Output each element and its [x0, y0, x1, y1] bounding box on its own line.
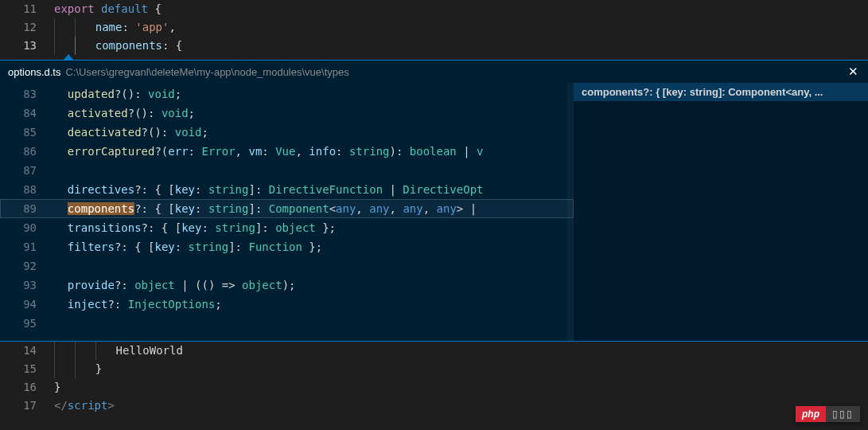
line-number: 91 [0, 237, 54, 256]
indent-guide [75, 18, 82, 37]
bottom-editor[interactable]: 14 HelloWorld15 }16}17</script> [0, 342, 868, 415]
line-number: 85 [0, 123, 54, 142]
code-content[interactable]: transitions?: { [key: string]: object }; [54, 218, 574, 237]
code-line[interactable]: 15 } [0, 360, 868, 378]
code-content[interactable]: directives?: { [key: string]: DirectiveF… [54, 180, 574, 199]
code-line[interactable]: 94 inject?: InjectOptions; [0, 295, 574, 314]
code-line[interactable]: 84 activated?(): void; [0, 104, 574, 123]
code-line[interactable]: 91 filters?: { [key: string]: Function }… [0, 237, 574, 256]
code-content[interactable]: HelloWorld [54, 342, 868, 360]
code-line[interactable]: 87 [0, 161, 574, 180]
reference-text: components?: { [key: string]: Component<… [582, 86, 823, 98]
line-number: 89 [0, 199, 54, 218]
code-content[interactable]: name: 'app', [54, 18, 868, 37]
code-content[interactable]: </script> [54, 397, 868, 415]
line-number: 88 [0, 180, 54, 199]
indent-guide [75, 37, 82, 55]
line-number: 94 [0, 295, 54, 314]
line-number: 11 [0, 0, 54, 18]
code-line[interactable]: 92 [0, 256, 574, 276]
code-content[interactable]: provide?: object | (() => object); [54, 276, 574, 295]
line-number: 84 [0, 104, 54, 123]
line-number: 87 [0, 161, 54, 180]
peek-editor[interactable]: 83 updated?(): void;84 activated?(): voi… [0, 83, 574, 341]
code-content[interactable]: activated?(): void; [54, 104, 574, 123]
code-line[interactable]: 17</script> [0, 397, 868, 415]
peek-filename: options.d.ts [8, 66, 61, 78]
code-line[interactable]: 14 HelloWorld [0, 342, 868, 360]
code-line[interactable]: 13 components: { [0, 37, 868, 55]
watermark-left: php [796, 406, 826, 422]
line-number: 93 [0, 276, 54, 295]
code-line[interactable]: 85 deactivated?(): void; [0, 123, 574, 142]
code-content[interactable]: errorCaptured?(err: Error, vm: Vue, info… [54, 142, 574, 161]
code-line[interactable]: 16} [0, 378, 868, 397]
peek-reference-list[interactable]: components?: { [key: string]: Component<… [574, 83, 868, 341]
indent-guide [75, 342, 82, 360]
code-content[interactable]: } [54, 378, 868, 397]
line-number: 15 [0, 360, 54, 378]
line-number: 90 [0, 218, 54, 237]
code-content[interactable]: components?: { [key: string]: Component<… [54, 199, 574, 218]
line-number: 13 [0, 37, 54, 55]
code-line[interactable]: 88 directives?: { [key: string]: Directi… [0, 180, 574, 199]
line-number: 14 [0, 342, 54, 360]
code-line[interactable]: 11export default { [0, 0, 868, 18]
line-number: 95 [0, 314, 54, 333]
peek-filepath: C:\Users\gregvanl\deleteMe\my-app\node_m… [66, 66, 349, 78]
code-line[interactable]: 90 transitions?: { [key: string]: object… [0, 218, 574, 237]
code-content[interactable]: updated?(): void; [54, 84, 574, 104]
indent-guide [54, 360, 61, 378]
code-content[interactable] [54, 256, 574, 276]
code-content[interactable]: components: { [54, 37, 868, 55]
code-line[interactable]: 12 name: 'app', [0, 18, 868, 37]
line-number: 83 [0, 84, 54, 104]
code-content[interactable]: } [54, 360, 868, 378]
line-number: 12 [0, 18, 54, 37]
code-content[interactable] [54, 314, 574, 333]
indent-guide [54, 342, 61, 360]
watermark-right: ▯▯▯ [826, 406, 860, 422]
indent-guide [75, 360, 82, 378]
watermark-badge: php ▯▯▯ [796, 406, 860, 422]
code-line[interactable]: 86 errorCaptured?(err: Error, vm: Vue, i… [0, 142, 574, 161]
peek-pointer [64, 54, 73, 60]
code-line[interactable]: 83 updated?(): void; [0, 84, 574, 104]
code-content[interactable]: export default { [54, 0, 868, 18]
code-content[interactable]: filters?: { [key: string]: Function }; [54, 237, 574, 256]
editor-container: 11export default {12 name: 'app',13 comp… [0, 0, 868, 430]
code-line[interactable]: 95 [0, 314, 574, 333]
peek-view: 83 updated?(): void;84 activated?(): voi… [0, 83, 868, 342]
line-number: 17 [0, 397, 54, 415]
code-line[interactable]: 93 provide?: object | (() => object); [0, 276, 574, 295]
line-number: 92 [0, 256, 54, 276]
close-icon[interactable]: ✕ [846, 64, 860, 79]
indent-guide [95, 342, 103, 360]
peek-reference-item[interactable]: components?: { [key: string]: Component<… [574, 83, 868, 101]
code-content[interactable]: deactivated?(): void; [54, 123, 574, 142]
line-number: 16 [0, 378, 54, 397]
peek-scrollbar[interactable] [567, 83, 574, 341]
indent-guide [54, 37, 61, 55]
code-content[interactable] [54, 161, 574, 180]
top-editor[interactable]: 11export default {12 name: 'app',13 comp… [0, 0, 868, 55]
peek-header: options.d.ts C:\Users\gregvanl\deleteMe\… [0, 60, 868, 83]
indent-guide [54, 18, 61, 37]
code-content[interactable]: inject?: InjectOptions; [54, 295, 574, 314]
code-line[interactable]: 89 components?: { [key: string]: Compone… [0, 199, 574, 218]
line-number: 86 [0, 142, 54, 161]
